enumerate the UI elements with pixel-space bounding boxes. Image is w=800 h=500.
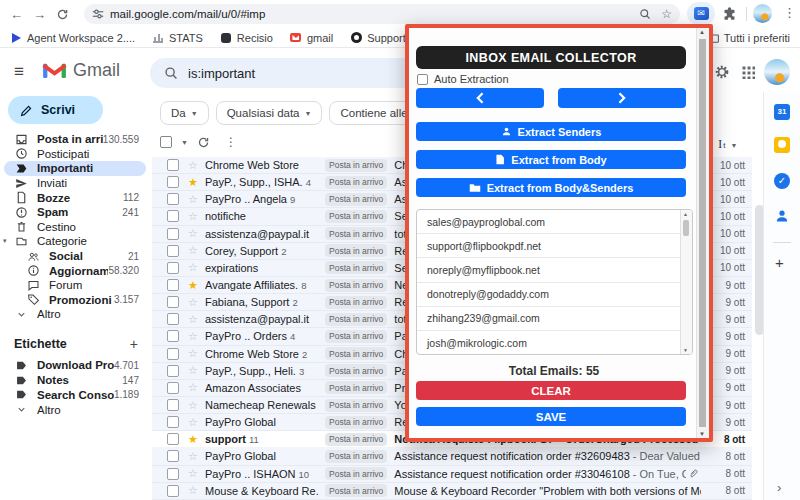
calendar-icon[interactable]: 31 <box>774 104 790 120</box>
next-page-button[interactable] <box>558 88 686 108</box>
row-checkbox[interactable] <box>167 450 179 462</box>
row-checkbox[interactable] <box>167 228 179 240</box>
expand-caret-icon[interactable]: ▾ <box>3 237 7 245</box>
row-checkbox[interactable] <box>167 159 179 171</box>
row-checkbox[interactable] <box>167 416 179 428</box>
scroll-down-arrow-icon[interactable]: ▼ <box>699 431 705 437</box>
sidebar-label-search-console[interactable]: Search Console1.189 <box>0 388 152 403</box>
email-row[interactable]: ☆ PayPro .. ISHAON10 Posta in arrivo Ass… <box>152 466 752 483</box>
sidebar-item-updates[interactable]: Aggiornamenti58.320 <box>0 263 152 278</box>
auto-extraction-checkbox[interactable] <box>417 74 428 85</box>
sidebar-item-drafts[interactable]: Bozze112 <box>0 190 152 205</box>
keep-icon[interactable] <box>774 137 790 153</box>
star-icon[interactable]: ★ <box>186 433 200 446</box>
star-icon[interactable]: ★ <box>186 176 200 189</box>
sidebar-item-more[interactable]: Altro <box>0 307 152 322</box>
sidebar-item-important[interactable]: Importanti <box>4 161 146 176</box>
star-icon[interactable]: ☆ <box>186 381 200 394</box>
bookmark-agent-workspace[interactable]: Agent Workspace 2.... <box>10 32 135 44</box>
search-icon[interactable] <box>164 66 178 80</box>
star-icon[interactable]: ☆ <box>186 159 200 172</box>
filter-chip-from[interactable]: Da▼ <box>160 101 209 125</box>
email-row[interactable]: ☆ PayPro Global Posta in arrivo Assistan… <box>152 448 752 465</box>
save-button[interactable]: SAVE <box>416 407 686 426</box>
sidebar-item-spam[interactable]: Spam241 <box>0 205 152 220</box>
scroll-up-arrow-icon[interactable]: ▲ <box>683 211 688 217</box>
star-icon[interactable]: ☆ <box>186 193 200 206</box>
extract-senders-button[interactable]: Extract Senders <box>416 122 686 141</box>
row-checkbox[interactable] <box>167 245 179 257</box>
star-icon[interactable]: ☆ <box>186 399 200 412</box>
input-tools-icon[interactable]: It▼ <box>718 136 738 152</box>
bookmark-star-icon[interactable]: ☆ <box>661 7 672 21</box>
star-icon[interactable]: ☆ <box>186 347 200 360</box>
settings-gear-icon[interactable] <box>714 64 730 80</box>
back-icon[interactable]: ← <box>10 7 23 22</box>
forward-icon[interactable]: → <box>33 7 46 22</box>
all-bookmarks-button[interactable]: Tutti i preferiti <box>706 32 790 44</box>
row-checkbox[interactable] <box>167 279 179 291</box>
email-row[interactable]: ☆ Mouse & Keyboard Re. Posta in arrivo M… <box>152 483 752 500</box>
browser-profile-avatar[interactable] <box>753 4 772 23</box>
clear-button[interactable]: CLEAR <box>416 381 686 400</box>
scrollbar-thumb[interactable] <box>683 220 689 236</box>
prev-page-button[interactable] <box>416 88 544 108</box>
row-checkbox[interactable] <box>167 313 179 325</box>
sidebar-item-sent[interactable]: Inviati <box>0 176 152 191</box>
row-checkbox[interactable] <box>167 330 179 342</box>
star-icon[interactable]: ☆ <box>186 227 200 240</box>
main-menu-icon[interactable]: ≡ <box>14 62 24 82</box>
sidebar-item-snoozed[interactable]: Posticipati <box>0 147 152 162</box>
collected-emails-list[interactable]: sales@payproglobal.com support@flipbookp… <box>416 209 693 355</box>
refresh-icon[interactable] <box>197 136 210 149</box>
scroll-down-arrow-icon[interactable]: ▼ <box>683 347 688 353</box>
tasks-icon[interactable]: ✓ <box>774 173 790 189</box>
select-dropdown-icon[interactable]: ▼ <box>181 139 188 146</box>
reload-icon[interactable] <box>56 8 69 21</box>
sidebar-label-download-protect[interactable]: Download Prote...4.701 <box>0 358 152 373</box>
row-checkbox[interactable] <box>167 365 179 377</box>
star-icon[interactable]: ☆ <box>186 467 200 480</box>
star-icon[interactable]: ☆ <box>186 330 200 343</box>
add-label-icon[interactable]: + <box>130 336 138 352</box>
extract-from-body-senders-button[interactable]: Extract from Body&Senders <box>416 178 686 197</box>
row-checkbox[interactable] <box>167 296 179 308</box>
popup-scrollbar[interactable]: ▲ ▼ <box>696 28 709 438</box>
zoom-icon[interactable] <box>639 8 651 20</box>
bookmark-stats[interactable]: STATS <box>152 32 203 44</box>
star-icon[interactable]: ☆ <box>186 296 200 309</box>
star-icon[interactable]: ☆ <box>186 416 200 429</box>
sidebar-item-promotions[interactable]: Promozioni3.157 <box>0 293 152 308</box>
compose-button[interactable]: Scrivi <box>8 96 103 124</box>
sidebar-item-trash[interactable]: Cestino <box>0 220 152 235</box>
google-apps-grid-icon[interactable] <box>741 65 755 79</box>
filter-chip-date[interactable]: Qualsiasi data▼ <box>216 101 323 125</box>
browser-menu-icon[interactable]: ⋮ <box>783 5 796 20</box>
star-icon[interactable]: ☆ <box>186 484 200 497</box>
sidebar-item-categories[interactable]: ▾ Categorie <box>0 234 152 249</box>
emails-list-scrollbar[interactable]: ▲ ▼ <box>680 210 692 354</box>
bookmark-recisio[interactable]: Recisio <box>220 32 273 44</box>
contacts-icon[interactable] <box>774 208 790 224</box>
bookmark-gmail[interactable]: gmail <box>290 32 333 44</box>
star-icon[interactable]: ☆ <box>186 313 200 326</box>
sidebar-labels-more[interactable]: Altro <box>0 402 152 417</box>
row-checkbox[interactable] <box>167 262 179 274</box>
sidebar-label-notes[interactable]: Notes147 <box>0 373 152 388</box>
address-bar[interactable]: mail.google.com/mail/u/0/#imp ☆ <box>84 4 680 24</box>
next-page-chevron-icon[interactable]: › <box>777 480 781 495</box>
star-icon[interactable]: ☆ <box>186 450 200 463</box>
get-addons-icon[interactable]: + <box>775 254 784 271</box>
scroll-up-arrow-icon[interactable]: ▲ <box>699 29 705 35</box>
star-icon[interactable]: ☆ <box>186 261 200 274</box>
row-checkbox[interactable] <box>167 193 179 205</box>
site-settings-icon[interactable] <box>92 8 104 20</box>
row-checkbox[interactable] <box>167 485 179 497</box>
sidebar-item-forums[interactable]: Forum <box>0 278 152 293</box>
inbox-collector-extension-icon[interactable]: ✉ <box>687 2 715 25</box>
row-checkbox[interactable] <box>167 210 179 222</box>
row-checkbox[interactable] <box>167 382 179 394</box>
row-checkbox[interactable] <box>167 348 179 360</box>
scrollbar-thumb[interactable] <box>699 39 706 427</box>
row-checkbox[interactable] <box>167 176 179 188</box>
